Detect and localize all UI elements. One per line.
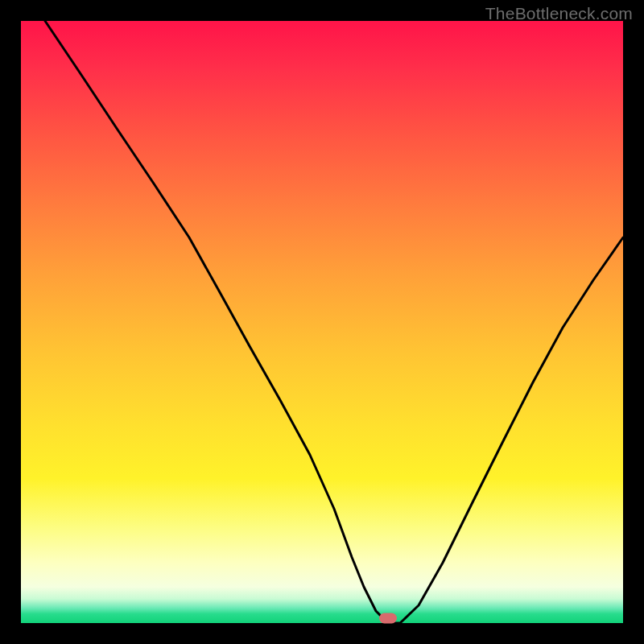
optimum-marker xyxy=(379,613,397,624)
bottleneck-curve xyxy=(45,21,623,623)
watermark-text: TheBottleneck.com xyxy=(485,4,633,23)
chart-frame: TheBottleneck.com xyxy=(0,0,644,644)
plot-area xyxy=(21,21,623,623)
curve-layer xyxy=(21,21,623,623)
